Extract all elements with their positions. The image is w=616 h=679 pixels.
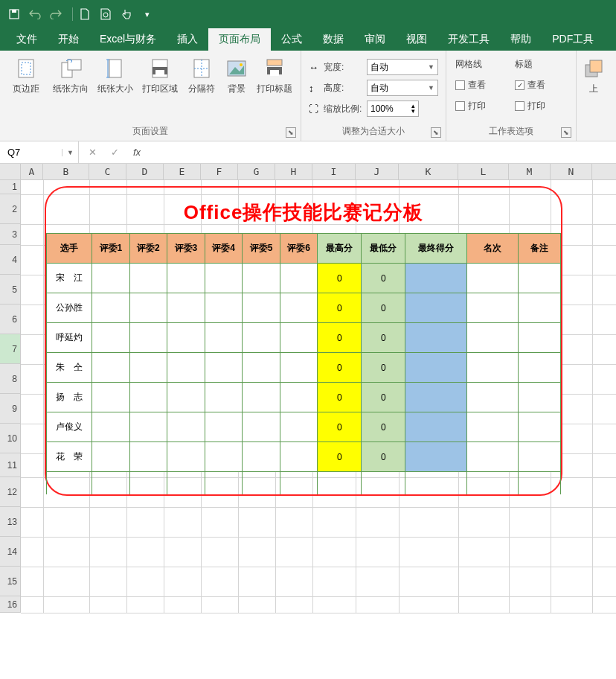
row-header-15[interactable]: 15 (0, 567, 20, 596)
sb-cell[interactable] (205, 353, 243, 383)
height-combo[interactable]: 自动▼ (367, 80, 438, 96)
background-button[interactable]: 背景 (222, 54, 251, 97)
col-header-K[interactable]: K (399, 164, 458, 179)
sb-cell[interactable]: 0 (362, 353, 405, 383)
col-header-I[interactable]: I (312, 164, 356, 179)
col-header-E[interactable]: E (164, 164, 201, 179)
sb-cell[interactable]: 0 (362, 412, 405, 442)
sb-cell[interactable] (405, 353, 466, 383)
col-header-B[interactable]: B (43, 164, 89, 179)
sb-cell[interactable] (519, 442, 561, 472)
sb-cell[interactable] (466, 472, 519, 494)
sb-cell[interactable] (466, 264, 519, 293)
sb-cell[interactable] (405, 323, 466, 353)
sb-cell[interactable] (167, 323, 205, 353)
sb-cell[interactable] (129, 412, 167, 442)
sb-cell[interactable] (205, 383, 243, 412)
sb-cell[interactable]: 0 (318, 264, 362, 293)
sb-cell[interactable] (280, 472, 318, 494)
sb-cell[interactable] (519, 472, 561, 494)
enter-formula-button[interactable]: ✓ (107, 145, 122, 160)
sb-cell[interactable] (92, 412, 130, 442)
sb-cell[interactable] (280, 383, 318, 412)
col-header-A[interactable]: A (21, 164, 43, 179)
col-header-J[interactable]: J (356, 164, 399, 179)
sb-cell[interactable] (519, 293, 561, 323)
sb-cell[interactable] (362, 472, 405, 494)
scale-input[interactable]: 100%▴▾ (367, 101, 419, 117)
tab-view[interactable]: 视图 (396, 28, 437, 51)
tab-excel-finance[interactable]: Excel与财务 (89, 28, 167, 51)
col-header-D[interactable]: D (126, 164, 164, 179)
row-header-1[interactable]: 1 (0, 180, 20, 194)
row-header-16[interactable]: 16 (0, 596, 20, 613)
qat-new-button[interactable] (77, 6, 93, 22)
sb-cell[interactable] (92, 353, 130, 383)
sb-cell[interactable]: 卢俊义 (47, 412, 92, 442)
sb-cell[interactable] (129, 383, 167, 412)
sb-cell[interactable] (318, 472, 362, 494)
sb-cell[interactable] (129, 353, 167, 383)
select-all-corner[interactable] (0, 164, 21, 179)
sb-cell[interactable] (280, 442, 318, 472)
scale-launcher[interactable]: ⬊ (431, 127, 441, 138)
sb-cell[interactable] (243, 383, 280, 412)
sb-cell[interactable] (243, 353, 280, 383)
sb-cell[interactable] (205, 264, 243, 293)
sb-cell[interactable] (167, 383, 205, 412)
worksheet-grid[interactable]: ABCDEFGHIJKLMN 12345678910111213141516 O… (0, 164, 616, 613)
row-header-4[interactable]: 4 (0, 245, 20, 275)
sb-cell[interactable] (243, 323, 280, 353)
row-header-11[interactable]: 11 (0, 453, 20, 477)
sb-cell[interactable] (466, 383, 519, 412)
qat-touch-button[interactable] (118, 6, 135, 22)
tab-home[interactable]: 开始 (48, 28, 89, 51)
sb-cell[interactable]: 0 (318, 353, 362, 383)
print-titles-button[interactable]: 打印标题 (253, 54, 296, 97)
formula-input[interactable] (150, 141, 616, 163)
sb-cell[interactable] (129, 472, 167, 494)
sb-cell[interactable]: 0 (318, 293, 362, 323)
headings-print-checkbox[interactable]: 打印 (515, 97, 567, 115)
row-header-13[interactable]: 13 (0, 507, 20, 537)
sb-cell[interactable] (519, 353, 561, 383)
sb-cell[interactable] (243, 412, 280, 442)
sb-cell[interactable] (280, 353, 318, 383)
sb-cell[interactable] (129, 264, 167, 293)
sb-cell[interactable] (466, 293, 519, 323)
sb-cell[interactable] (466, 353, 519, 383)
qat-customize-button[interactable]: ▾ (139, 6, 155, 22)
tab-developer[interactable]: 开发工具 (437, 28, 500, 51)
row-header-10[interactable]: 10 (0, 424, 20, 453)
qat-redo-button[interactable] (48, 6, 64, 22)
sb-cell[interactable] (405, 264, 466, 293)
sb-cell[interactable] (243, 264, 280, 293)
sb-cell[interactable]: 花 荣 (47, 442, 92, 472)
sb-cell[interactable]: 公孙胜 (47, 293, 92, 323)
sb-cell[interactable] (280, 293, 318, 323)
sb-cell[interactable] (280, 323, 318, 353)
sb-cell[interactable] (167, 442, 205, 472)
sb-cell[interactable] (405, 442, 466, 472)
sb-cell[interactable] (243, 293, 280, 323)
sb-cell[interactable] (205, 293, 243, 323)
tab-formulas[interactable]: 公式 (271, 28, 312, 51)
row-header-8[interactable]: 8 (0, 364, 20, 394)
sb-cell[interactable] (205, 323, 243, 353)
orientation-button[interactable]: 纸张方向 (49, 54, 92, 97)
gridlines-print-checkbox[interactable]: 打印 (455, 97, 507, 115)
sb-cell[interactable] (92, 323, 130, 353)
sb-cell[interactable]: 朱 仝 (47, 353, 92, 383)
sb-cell[interactable] (167, 472, 205, 494)
sb-cell[interactable]: 0 (318, 412, 362, 442)
width-combo[interactable]: 自动▼ (367, 59, 438, 75)
sb-cell[interactable] (167, 264, 205, 293)
sb-cell[interactable]: 0 (362, 383, 405, 412)
sb-cell[interactable]: 0 (318, 323, 362, 353)
row-header-3[interactable]: 3 (0, 224, 20, 245)
row-header-14[interactable]: 14 (0, 537, 20, 567)
sb-cell[interactable]: 0 (362, 442, 405, 472)
col-header-C[interactable]: C (89, 164, 126, 179)
col-header-F[interactable]: F (201, 164, 238, 179)
tab-data[interactable]: 数据 (312, 28, 354, 51)
